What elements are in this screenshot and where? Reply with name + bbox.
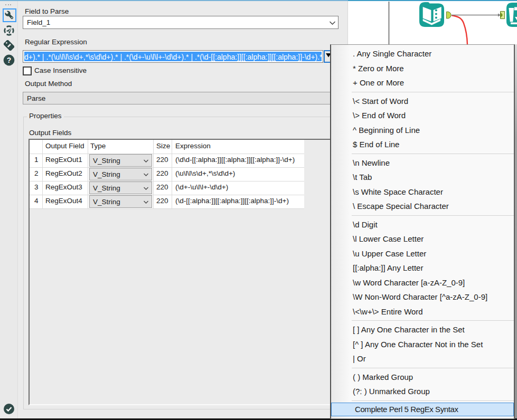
svg-text:?: ? [7,56,12,64]
